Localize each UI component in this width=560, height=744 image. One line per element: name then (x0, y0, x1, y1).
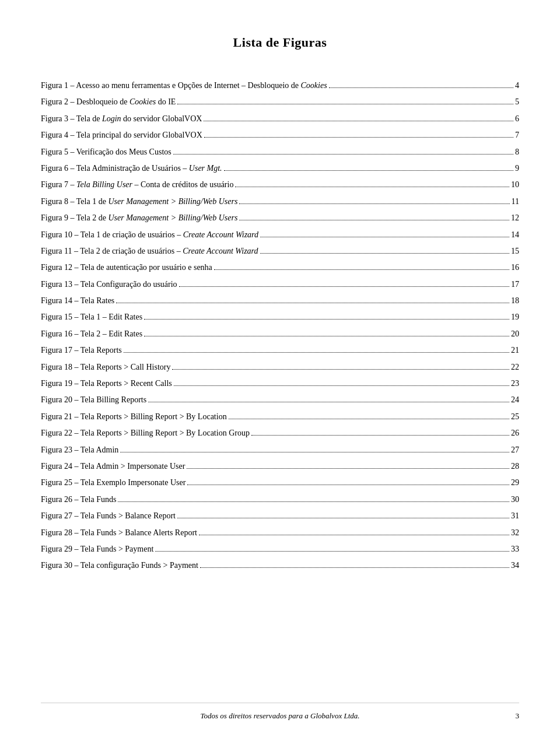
toc-dots (224, 170, 513, 171)
toc-page: 24 (511, 394, 519, 406)
toc-dots (239, 220, 509, 220)
toc-page: 28 (511, 460, 519, 473)
toc-page: 12 (511, 212, 519, 224)
list-item: Figura 22 – Tela Reports > Billing Repor… (41, 427, 519, 440)
toc-page: 31 (511, 510, 519, 522)
toc-dots (177, 104, 513, 104)
toc-dots (179, 286, 509, 287)
toc-page: 17 (511, 278, 519, 291)
toc-item-text: Figura 2 – Desbloqueio de Cookies do IE (41, 96, 176, 108)
toc-page: 4 (515, 79, 519, 92)
toc-item-text: Figura 4 – Tela principal do servidor Gl… (41, 129, 202, 142)
list-item: Figura 25 – Tela Exemplo Impersonate Use… (41, 476, 519, 489)
toc-item-text: Figura 8 – Tela 1 de User Management > B… (41, 195, 237, 208)
toc-item-text: Figura 5 – Verificação dos Meus Custos (41, 146, 172, 159)
toc-dots (200, 567, 509, 568)
list-item: Figura 12 – Tela de autenticação por usu… (41, 261, 519, 274)
list-item: Figura 10 – Tela 1 de criação de usuário… (41, 229, 519, 241)
list-item: Figura 7 – Tela Billing User – Conta de … (41, 178, 519, 191)
list-item: Figura 14 – Tela Rates 18 (41, 294, 519, 307)
footer-copyright: Todos os direitos reservados para a Glob… (200, 711, 359, 721)
toc-page: 8 (515, 146, 519, 159)
toc-item-text: Figura 25 – Tela Exemplo Impersonate Use… (41, 476, 186, 489)
list-item: Figura 19 – Tela Reports > Recent Calls … (41, 377, 519, 390)
toc-item-text: Figura 22 – Tela Reports > Billing Repor… (41, 427, 250, 440)
toc-page: 25 (511, 410, 519, 423)
toc-dots (214, 269, 509, 270)
list-item: Figura 8 – Tela 1 de User Management > B… (41, 195, 519, 208)
toc-dots (329, 87, 513, 88)
toc-page: 27 (511, 444, 519, 457)
toc-item-text: Figura 9 – Tela 2 de User Management > B… (41, 212, 237, 224)
list-item: Figura 13 – Tela Configuração do usuário… (41, 278, 519, 291)
toc-item-text: Figura 20 – Tela Billing Reports (41, 394, 146, 406)
toc-item-italic: Cookies (130, 97, 156, 106)
list-item: Figura 16 – Tela 2 – Edit Rates 20 (41, 328, 519, 341)
footer: Todos os direitos reservados para a Glob… (0, 711, 560, 721)
list-item: Figura 11 – Tela 2 de criação de usuário… (41, 245, 519, 258)
toc-page: 5 (515, 96, 519, 108)
toc-item-text: Figura 21 – Tela Reports > Billing Repor… (41, 410, 227, 423)
toc-page: 18 (511, 294, 519, 307)
toc-list: Figura 1 – Acesso ao menu ferramentas e … (41, 79, 519, 573)
page-title: Lista de Figuras (41, 35, 519, 50)
toc-dots (199, 535, 509, 535)
list-item: Figura 24 – Tela Admin > Impersonate Use… (41, 460, 519, 473)
list-item: Figura 2 – Desbloqueio de Cookies do IE … (41, 96, 519, 108)
toc-item-text: Figura 19 – Tela Reports > Recent Calls (41, 377, 172, 390)
toc-item-text: Figura 29 – Tela Funds > Payment (41, 543, 153, 556)
toc-item-text: Figura 16 – Tela 2 – Edit Rates (41, 328, 142, 341)
toc-item-text: Figura 27 – Tela Funds > Balance Report (41, 510, 176, 522)
toc-page: 26 (511, 427, 519, 440)
list-item: Figura 17 – Tela Reports 21 (41, 344, 519, 357)
toc-item-text: Figura 26 – Tela Funds (41, 493, 116, 506)
toc-dots (239, 203, 509, 204)
list-item: Figura 15 – Tela 1 – Edit Rates 19 (41, 311, 519, 324)
toc-dots (187, 485, 509, 485)
toc-page: 21 (511, 344, 519, 357)
toc-dots (174, 385, 509, 386)
toc-item-text: Figura 17 – Tela Reports (41, 344, 122, 357)
list-item: Figura 3 – Tela de Login do servidor Glo… (41, 113, 519, 125)
list-item: Figura 20 – Tela Billing Reports 24 (41, 394, 519, 406)
list-item: Figura 30 – Tela configuração Funds > Pa… (41, 559, 519, 572)
list-item: Figura 18 – Tela Reports > Call History … (41, 361, 519, 374)
list-item: Figura 26 – Tela Funds 30 (41, 493, 519, 506)
list-item: Figura 6 – Tela Administração de Usuário… (41, 162, 519, 175)
toc-dots (251, 435, 509, 436)
toc-dots (260, 237, 509, 237)
toc-dots (235, 187, 509, 187)
toc-item-text: Figura 14 – Tela Rates (41, 294, 114, 307)
toc-item-italic: Tela Billing User (76, 180, 132, 189)
toc-page: 29 (511, 476, 519, 489)
toc-item-text: Figura 28 – Tela Funds > Balance Alerts … (41, 527, 197, 539)
toc-item-text: Figura 6 – Tela Administração de Usuário… (41, 162, 222, 175)
list-item: Figura 29 – Tela Funds > Payment 33 (41, 543, 519, 556)
page: Lista de Figuras Figura 1 – Acesso ao me… (0, 0, 560, 744)
toc-item-text: Figura 15 – Tela 1 – Edit Rates (41, 311, 142, 324)
toc-item-text: Figura 7 – Tela Billing User – Conta de … (41, 178, 233, 191)
toc-page: 16 (511, 261, 519, 274)
toc-dots (260, 253, 509, 254)
toc-item-text: Figura 24 – Tela Admin > Impersonate Use… (41, 460, 185, 473)
toc-page: 6 (515, 113, 519, 125)
list-item: Figura 23 – Tela Admin 27 (41, 444, 519, 457)
list-item: Figura 1 – Acesso ao menu ferramentas e … (41, 79, 519, 92)
toc-item-text: Figura 30 – Tela configuração Funds > Pa… (41, 559, 198, 572)
list-item: Figura 4 – Tela principal do servidor Gl… (41, 129, 519, 142)
toc-item-text: Figura 10 – Tela 1 de criação de usuário… (41, 229, 258, 241)
toc-item-text: Figura 23 – Tela Admin (41, 444, 118, 457)
toc-dots (172, 369, 509, 370)
toc-item-italic: Create Account Wizard (183, 247, 258, 255)
toc-item-text: Figura 3 – Tela de Login do servidor Glo… (41, 113, 202, 125)
toc-dots (177, 518, 509, 518)
toc-item-italic: User Management > Billing/Web Users (108, 213, 237, 222)
toc-page: 34 (511, 559, 519, 572)
toc-page: 22 (511, 361, 519, 374)
toc-dots (229, 419, 509, 419)
toc-item-italic: Cookies (301, 81, 327, 90)
toc-item-text: Figura 11 – Tela 2 de criação de usuário… (41, 245, 258, 258)
toc-dots (187, 468, 509, 469)
list-item: Figura 27 – Tela Funds > Balance Report … (41, 510, 519, 522)
toc-dots (116, 303, 509, 303)
